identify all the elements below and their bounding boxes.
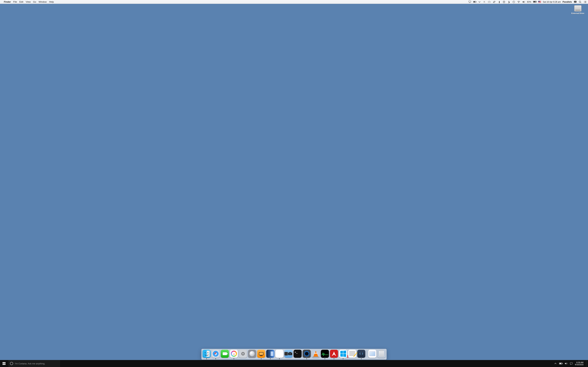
dock-app-adobe-acrobat[interactable] — [330, 350, 338, 358]
desktop-icon-external-drive[interactable]: External Drive — [571, 5, 585, 14]
menu-edit[interactable]: Edit — [19, 0, 23, 3]
k-menu-icon[interactable]: K — [483, 0, 486, 3]
airplay-audio-icon[interactable] — [468, 0, 471, 3]
svg-point-8 — [584, 1, 584, 1]
menu-window[interactable]: Window — [38, 0, 47, 3]
tray-overflow-chevron-icon[interactable] — [554, 362, 557, 365]
menu-go[interactable]: Go — [33, 0, 36, 3]
dock-app-parallels-desktop[interactable]: || — [276, 350, 284, 358]
menu-view[interactable]: View — [26, 0, 31, 3]
svg-point-2 — [504, 1, 504, 1]
active-app-name[interactable]: Finder — [4, 0, 11, 3]
windows-taskbar: I'm Cortana. Ask me anything. 6:26 AM 4/… — [0, 360, 588, 367]
svg-rect-25 — [289, 352, 291, 353]
creative-cloud-icon[interactable] — [488, 0, 491, 3]
input-source-us-flag-icon[interactable] — [538, 1, 541, 3]
svg-line-7 — [581, 2, 581, 3]
dock-app-facetime[interactable] — [221, 350, 229, 358]
dock-app-accessibility[interactable] — [257, 350, 265, 358]
start-button[interactable] — [0, 360, 8, 367]
taskbar-clock[interactable]: 6:26 AM 4/16/2016 — [575, 361, 584, 366]
svg-point-10 — [584, 2, 584, 3]
system-tray: 6:26 AM 4/16/2016 — [553, 360, 588, 367]
svg-rect-21 — [271, 351, 274, 356]
cortana-placeholder: I'm Cortana. Ask me anything. — [15, 362, 45, 365]
accessibility-status-icon[interactable] — [502, 0, 506, 3]
volume-icon[interactable] — [522, 0, 525, 3]
tray-volume-icon[interactable] — [564, 362, 568, 365]
svg-point-24 — [290, 353, 291, 354]
svg-rect-19 — [260, 355, 262, 356]
spotlight-icon[interactable] — [579, 0, 582, 3]
svg-point-4 — [519, 3, 519, 3]
dock-app-parallels-control-center[interactable] — [266, 350, 274, 358]
svg-rect-18 — [259, 352, 263, 355]
wifi-icon[interactable] — [517, 0, 520, 3]
menu-bar-datetime[interactable]: Sat 16 Apr 6:26 am — [543, 1, 561, 3]
dock-app-system-preferences[interactable]: ⚙ — [239, 350, 247, 358]
mac-menu-bar: Finder File Edit View Go Window Help K |… — [0, 0, 588, 4]
taskbar-date: 4/16/2016 — [575, 364, 583, 366]
menu-list-icon[interactable] — [583, 0, 587, 3]
dock-app-activity-monitor[interactable] — [321, 350, 329, 358]
dock-app-vlc[interactable] — [312, 350, 320, 358]
dock-app-windows-10-vm[interactable]: || — [339, 350, 347, 358]
dock-app-image-capture[interactable] — [285, 350, 293, 358]
cortana-ring-icon — [10, 362, 13, 365]
parallels-status-icon[interactable]: || — [498, 0, 501, 3]
running-indicator — [206, 359, 207, 359]
tray-battery-icon[interactable] — [559, 362, 562, 365]
dock-app-code-editor[interactable]: { } — [357, 350, 365, 358]
bluetooth-icon[interactable] — [507, 0, 510, 3]
battery-menu-source-icon[interactable] — [473, 0, 476, 3]
hard-drive-icon — [574, 5, 581, 12]
dock-app-itunes[interactable]: ♫ — [230, 350, 238, 358]
menu-help[interactable]: Help — [49, 0, 54, 3]
svg-rect-26 — [570, 362, 572, 364]
battery-percent-text[interactable]: 83% — [527, 1, 531, 3]
taskbar-time: 6:26 AM — [575, 361, 583, 364]
mac-dock: ♫ ⚙ || >_ || { } — [201, 349, 387, 360]
battery-icon[interactable] — [533, 0, 536, 3]
svg-point-15 — [205, 352, 206, 353]
dock-app-quicktime[interactable] — [303, 350, 311, 358]
dock-trash[interactable] — [378, 350, 386, 358]
time-machine-icon[interactable] — [512, 0, 515, 3]
dropdown-icon[interactable] — [478, 0, 481, 3]
messages-menu-icon[interactable] — [574, 0, 577, 3]
sync-icon[interactable] — [493, 0, 496, 3]
menu-file[interactable]: File — [13, 0, 17, 3]
desktop-icon-label: External Drive — [571, 12, 585, 14]
svg-point-16 — [208, 352, 208, 353]
svg-point-9 — [584, 2, 584, 2]
svg-point-6 — [579, 1, 581, 2]
dock-app-safari[interactable] — [212, 350, 220, 358]
windows-logo-icon — [3, 362, 5, 365]
cortana-search-box[interactable]: I'm Cortana. Ask me anything. — [8, 360, 61, 367]
svg-rect-0 — [469, 1, 471, 2]
action-center-icon[interactable] — [570, 362, 573, 365]
dock-app-textedit[interactable] — [348, 350, 356, 358]
parallels-menu[interactable]: Parallels — [563, 0, 572, 3]
dock-app-finder[interactable] — [203, 350, 211, 358]
dock-app-launchpad[interactable] — [248, 350, 256, 358]
dock-app-terminal[interactable]: >_ — [294, 350, 302, 358]
parallels-badge-icon: || — [347, 354, 348, 359]
show-desktop-button[interactable] — [586, 360, 587, 367]
dock-item-preview-document[interactable] — [368, 350, 376, 358]
